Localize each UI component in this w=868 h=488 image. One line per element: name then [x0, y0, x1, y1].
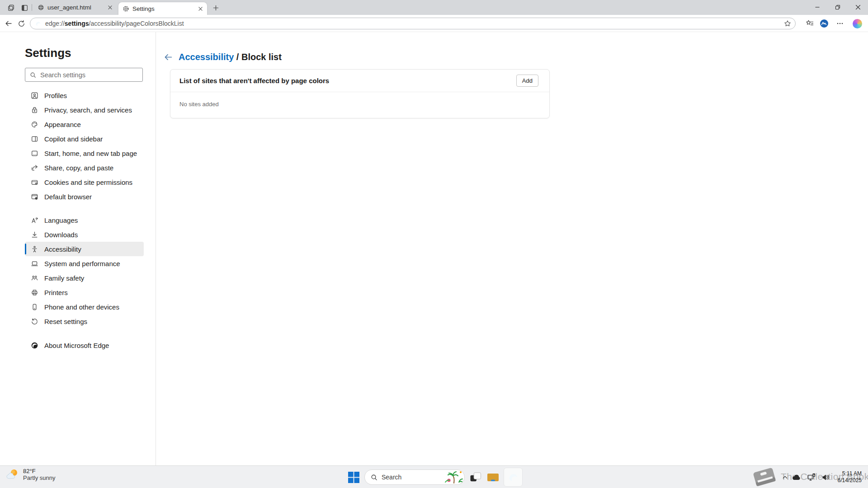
- favorite-star-icon[interactable]: [783, 19, 792, 28]
- weather-widget[interactable]: 82°F Partly sunny: [6, 468, 56, 481]
- chevron-up-icon[interactable]: [779, 472, 790, 483]
- sidebar-item-label: Reset settings: [44, 318, 87, 325]
- browser-essentials-icon[interactable]: [819, 18, 830, 29]
- taskbar-search[interactable]: Search: [364, 469, 465, 485]
- search-input[interactable]: [40, 71, 139, 79]
- sidebar-item-label: Downloads: [44, 231, 78, 239]
- clock-date: 6/14/2025: [838, 477, 862, 484]
- workspaces-icon[interactable]: [5, 2, 16, 13]
- default-browser-icon: [31, 193, 38, 201]
- sidebar-item-label: Share, copy, and paste: [44, 164, 113, 172]
- clock-time: 5:11 AM: [838, 470, 862, 477]
- sidebar-item-label: Languages: [44, 216, 78, 224]
- sidebar-item-languages[interactable]: Languages: [25, 213, 144, 227]
- search-icon: [30, 72, 36, 78]
- edge-logo-icon: [507, 471, 519, 483]
- back-arrow-icon[interactable]: [163, 52, 174, 62]
- sidebar-item-downloads[interactable]: Downloads: [25, 227, 144, 242]
- sidebar-item-label: Cookies and site permissions: [44, 178, 132, 186]
- reset-icon: [31, 318, 38, 325]
- edge-taskbar-button[interactable]: [504, 468, 523, 487]
- close-tab-icon[interactable]: [197, 5, 204, 13]
- printer-icon: [31, 289, 38, 296]
- sidebar-item-label: Start, home, and new tab page: [44, 150, 137, 157]
- sidebar-item-privacy[interactable]: Privacy, search, and services: [25, 103, 144, 117]
- weather-condition: Partly sunny: [23, 474, 56, 481]
- browser-titlebar: user_agent.html Settings: [0, 0, 868, 15]
- empty-state-text: No sites added: [170, 92, 549, 118]
- phone-icon: [31, 303, 38, 311]
- card-header: List of sites that aren't affected by pa…: [170, 70, 549, 92]
- sidebar-item-family-safety[interactable]: Family safety: [25, 271, 144, 285]
- sidebar-item-label: Appearance: [44, 121, 81, 128]
- breadcrumb-current: Block list: [241, 52, 282, 62]
- refresh-icon[interactable]: [16, 18, 27, 29]
- sidebar-item-phone-devices[interactable]: Phone and other devices: [25, 300, 144, 314]
- book-icon: [750, 466, 778, 488]
- sidebar-item-appearance[interactable]: Appearance: [25, 117, 144, 131]
- breadcrumb-parent-link[interactable]: Accessibility: [179, 52, 234, 62]
- page-title: Settings: [25, 46, 71, 60]
- sidebar-item-share-copy-paste[interactable]: Share, copy, and paste: [25, 160, 144, 175]
- sidebar-item-label: Phone and other devices: [44, 303, 119, 311]
- more-options-icon[interactable]: [835, 18, 845, 29]
- network-icon[interactable]: [806, 472, 816, 483]
- tab-label: Settings: [132, 5, 193, 12]
- back-icon[interactable]: [3, 18, 14, 29]
- profile-icon: [31, 92, 38, 99]
- settings-search[interactable]: [25, 68, 143, 82]
- favorites-icon[interactable]: [804, 18, 815, 29]
- gear-icon: [123, 5, 129, 12]
- new-tab-page-icon: [31, 150, 38, 157]
- restore-icon[interactable]: [827, 0, 848, 14]
- sidebar-item-cookies-permissions[interactable]: Cookies and site permissions: [25, 175, 144, 189]
- file-explorer-button[interactable]: [486, 471, 499, 483]
- add-button[interactable]: Add: [516, 75, 538, 87]
- block-list-card: List of sites that aren't affected by pa…: [170, 69, 550, 118]
- tab-user-agent[interactable]: user_agent.html: [33, 0, 117, 15]
- sidebar-item-label: Family safety: [44, 274, 84, 282]
- sidebar-item-profiles[interactable]: Profiles: [25, 88, 144, 103]
- copilot-icon[interactable]: [852, 18, 863, 29]
- sidebar-item-start-home[interactable]: Start, home, and new tab page: [25, 146, 144, 160]
- browser-toolbar: edge://settings/accessibility/pageColors…: [0, 15, 868, 32]
- task-view-icon: [470, 472, 481, 483]
- sidebar-item-accessibility[interactable]: Accessibility: [25, 242, 144, 256]
- onedrive-cloud-icon[interactable]: [791, 472, 802, 483]
- accessibility-icon: [31, 245, 38, 253]
- task-view-button[interactable]: [469, 471, 482, 483]
- close-window-icon[interactable]: [848, 0, 868, 14]
- palette-icon: [31, 121, 38, 128]
- start-button[interactable]: [347, 471, 360, 483]
- sidebar-item-about-edge[interactable]: About Microsoft Edge: [25, 338, 144, 352]
- sidebar-item-reset-settings[interactable]: Reset settings: [25, 314, 144, 328]
- clock-widget[interactable]: 5:11 AM 6/14/2025: [838, 470, 862, 484]
- downloads-icon: [31, 231, 38, 239]
- tab-settings[interactable]: Settings: [118, 2, 207, 15]
- taskbar-search-label: Search: [382, 474, 401, 481]
- settings-nav: Profiles Privacy, search, and services A…: [25, 88, 144, 352]
- sidebar-item-printers[interactable]: Printers: [25, 285, 144, 300]
- sidebar-item-copilot-sidebar[interactable]: Copilot and sidebar: [25, 131, 144, 146]
- weather-icon: [6, 468, 19, 481]
- close-tab-icon[interactable]: [106, 4, 114, 11]
- weather-temp: 82°F: [23, 468, 56, 474]
- volume-icon[interactable]: [820, 472, 831, 483]
- vertical-tabs-icon[interactable]: [19, 2, 30, 13]
- lock-icon: [31, 106, 38, 114]
- edge-logo-icon: [35, 20, 42, 27]
- share-icon: [31, 164, 38, 172]
- languages-icon: [31, 216, 38, 224]
- sidebar-item-label: About Microsoft Edge: [44, 342, 109, 349]
- sidebar-item-system-performance[interactable]: System and performance: [25, 256, 144, 271]
- card-title: List of sites that aren't affected by pa…: [179, 77, 516, 84]
- windows-logo-icon: [348, 472, 359, 483]
- new-tab-icon[interactable]: [211, 3, 221, 13]
- search-highlight-graphic: [443, 469, 464, 485]
- sidebar-item-default-browser[interactable]: Default browser: [25, 189, 144, 204]
- sidebar-item-label: Accessibility: [44, 245, 81, 253]
- address-bar[interactable]: edge://settings/accessibility/pageColors…: [30, 18, 796, 29]
- minimize-icon[interactable]: [807, 0, 827, 14]
- url-text: edge://settings/accessibility/pageColors…: [45, 20, 184, 27]
- sidebar-item-label: Default browser: [44, 193, 92, 201]
